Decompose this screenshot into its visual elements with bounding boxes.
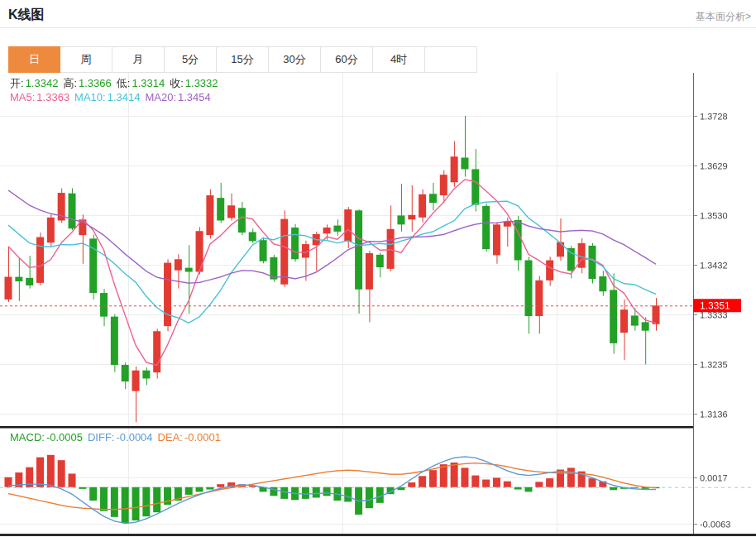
fundamental-analysis-link[interactable]: 基本面分析> — [696, 10, 751, 24]
legend-label: DEA: — [158, 431, 183, 444]
tab-月[interactable]: 月 — [112, 46, 165, 73]
legend-value: -0.0005 — [46, 431, 83, 444]
tab-5分[interactable]: 5分 — [165, 46, 217, 73]
legend-value: 1.3332 — [185, 77, 218, 89]
kline-chart-canvas[interactable] — [0, 73, 756, 537]
ohlc-legend: 开:1.3342高:1.3366低:1.3314收:1.3332 — [10, 76, 223, 91]
title-divider — [0, 27, 756, 28]
legend-label: MA20: — [145, 91, 176, 103]
legend-value: 1.3314 — [132, 77, 165, 89]
tab-spacer — [425, 46, 477, 73]
legend-label: MA10: — [74, 91, 106, 103]
legend-label: 低: — [117, 77, 131, 89]
kline-widget: K线图 基本面分析> 日周月5分15分30分60分4时 开:1.3342高:1.… — [0, 0, 756, 537]
legend-value: 1.3363 — [36, 91, 69, 103]
legend-value: 1.3454 — [178, 91, 211, 103]
legend-label: 高: — [63, 77, 77, 89]
tab-30分[interactable]: 30分 — [269, 46, 321, 73]
macd-legend: MACD:-0.0005DIFF:-0.0004DEA:-0.0001 — [10, 431, 226, 444]
ma-legend: MA5:1.3363MA10:1.3414MA20:1.3454 — [10, 91, 216, 103]
legend-label: DIFF: — [88, 431, 115, 444]
page-title: K线图 — [8, 7, 45, 24]
legend-label: 收: — [170, 77, 184, 89]
tab-周[interactable]: 周 — [60, 46, 112, 73]
tab-60分[interactable]: 60分 — [321, 46, 373, 73]
legend-value: 1.3366 — [79, 77, 112, 89]
legend-value: -0.0001 — [184, 431, 221, 444]
tab-4时[interactable]: 4时 — [373, 46, 425, 73]
legend-label: MACD: — [10, 431, 45, 444]
tab-15分[interactable]: 15分 — [217, 46, 269, 73]
legend-label: MA5: — [10, 91, 35, 103]
legend-label: 开: — [10, 77, 24, 89]
tab-日[interactable]: 日 — [8, 46, 60, 73]
period-tabs: 日周月5分15分30分60分4时 — [8, 46, 477, 73]
legend-value: -0.0004 — [116, 431, 152, 444]
legend-value: 1.3342 — [26, 77, 59, 89]
legend-value: 1.3414 — [108, 91, 141, 103]
